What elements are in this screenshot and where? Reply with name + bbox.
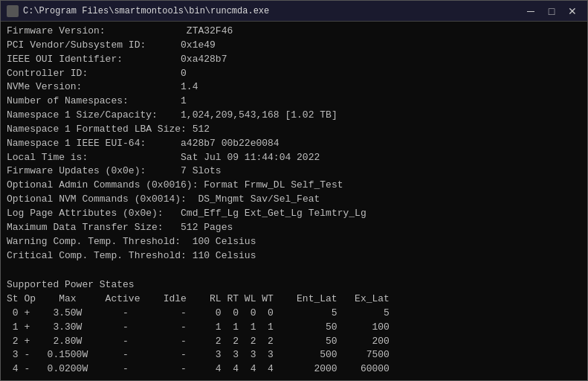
window: C:\Program Files\smartmontools\bin\runcm… <box>0 0 588 381</box>
power-states-col-header: St Op Max Active Idle RL RT WL WT Ent_La… <box>7 292 581 307</box>
power-state-0: 0 + 3.50W - - 0 0 0 0 5 5 <box>7 307 581 321</box>
line-pci: PCI Vendor/Subsystem ID: 0x1e49 <box>7 39 581 53</box>
maximize-button[interactable]: □ <box>543 4 560 19</box>
power-state-3: 3 - 0.1500W - - 3 3 3 3 500 7500 <box>7 348 581 362</box>
line-crit-temp: Critical Comp. Temp. Threshold: 110 Cels… <box>7 249 581 263</box>
line-ns-eui: Namespace 1 IEEE EUI-64: a428b7 00b22e00… <box>7 137 581 151</box>
line-controller: Controller ID: 0 <box>7 67 581 81</box>
power-state-2: 2 + 2.80W - - 2 2 2 2 50 200 <box>7 335 581 349</box>
app-icon <box>7 5 19 17</box>
titlebar: C:\Program Files\smartmontools\bin\runcm… <box>1 1 587 22</box>
line-firmware-upd: Firmware Updates (0x0e): 7 Slots <box>7 164 581 179</box>
line-log-page: Log Page Attributes (0x0e): Cmd_Eff_Lg E… <box>7 207 581 221</box>
window-controls: ─ □ ✕ <box>522 4 581 19</box>
empty-line-1 <box>7 263 581 277</box>
line-warn-temp: Warning Comp. Temp. Threshold: 100 Celsi… <box>7 235 581 249</box>
terminal-content: Firmware Version: ZTA32F46 PCI Vendor/Su… <box>1 22 587 380</box>
empty-line-2 <box>7 377 581 380</box>
line-firmware: Firmware Version: ZTA32F46 <box>7 25 581 39</box>
close-button[interactable]: ✕ <box>563 4 581 19</box>
line-opt-admin: Optional Admin Commands (0x0016): Format… <box>7 179 581 193</box>
line-nvme: NVMe Version: 1.4 <box>7 80 581 95</box>
line-ns-lba: Namespace 1 Formatted LBA Size: 512 <box>7 123 581 137</box>
line-namespaces: Number of Namespaces: 1 <box>7 95 581 109</box>
line-opt-nvm: Optional NVM Commands (0x0014): DS_Mngmt… <box>7 193 581 207</box>
line-ieee-oui: IEEE OUI Identifier: 0xa428b7 <box>7 53 581 67</box>
window-title: C:\Program Files\smartmontools\bin\runcm… <box>23 6 522 16</box>
line-max-xfer: Maximum Data Transfer Size: 512 Pages <box>7 221 581 235</box>
power-states-header: Supported Power States <box>7 278 581 292</box>
line-ns-size: Namespace 1 Size/Capacity: 1,024,209,543… <box>7 109 581 123</box>
minimize-button[interactable]: ─ <box>522 4 540 19</box>
power-state-4: 4 - 0.0200W - - 4 4 4 4 2000 60000 <box>7 362 581 377</box>
power-state-1: 1 + 3.30W - - 1 1 1 1 50 100 <box>7 321 581 335</box>
line-localtime: Local Time is: Sat Jul 09 11:44:04 2022 <box>7 151 581 165</box>
